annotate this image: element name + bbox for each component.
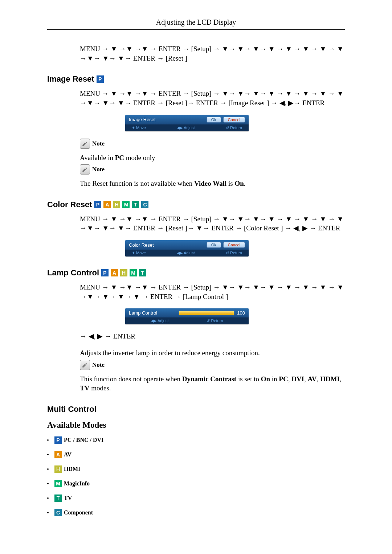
osd-lamp-control-top: Lamp Control 100 bbox=[125, 308, 249, 317]
osd-hint-adjust: ◀▶ Adjust bbox=[151, 319, 168, 323]
note-icon bbox=[80, 164, 90, 175]
note-icon bbox=[80, 139, 90, 149]
osd-ok-button[interactable]: Ok bbox=[207, 242, 221, 248]
badge-t-icon: T bbox=[132, 201, 139, 208]
mode-label: PC / BNC / DVI bbox=[64, 437, 103, 443]
mode-list: P PC / BNC / DVI A AV H HDMI M MagicInfo… bbox=[47, 436, 345, 516]
top-divider bbox=[47, 29, 345, 30]
page-title: Adjusting the LCD Display bbox=[47, 18, 345, 26]
badge-h-icon: H bbox=[113, 201, 120, 208]
note-1-text: Available in PC mode only bbox=[80, 153, 345, 163]
mode-label: MagicInfo bbox=[64, 480, 90, 487]
badge-p-icon: P bbox=[54, 436, 62, 444]
bullet-icon bbox=[47, 468, 49, 470]
badge-a-icon: A bbox=[111, 269, 118, 276]
osd-lamp-control-label: Lamp Control bbox=[129, 310, 157, 316]
bullet-icon bbox=[47, 483, 49, 484]
badge-h-icon: H bbox=[120, 269, 127, 276]
osd-hint-move: ✦ Move bbox=[132, 251, 146, 255]
osd-color-reset-label: Color Reset bbox=[129, 242, 154, 248]
note-icon bbox=[80, 360, 90, 370]
osd-hint-return: ↺ Return bbox=[226, 126, 242, 130]
bullet-icon bbox=[47, 497, 49, 499]
osd-cancel-button[interactable]: Cancel bbox=[223, 117, 245, 123]
note-label: Note bbox=[92, 140, 105, 147]
badge-m-icon: M bbox=[54, 480, 62, 487]
badge-t-icon: T bbox=[54, 495, 62, 502]
badge-p-icon: P bbox=[97, 75, 104, 83]
top-menu-sequence: MENU → ▼ →▼ →▼ → ENTER → [Setup] → ▼→ ▼→… bbox=[80, 44, 345, 63]
lamp-after-sequence: → ◀, ▶ → ENTER bbox=[80, 332, 345, 341]
note-2-text: The Reset function is not available when… bbox=[80, 179, 345, 188]
section-color-reset: Color Reset P A H M T C bbox=[47, 200, 345, 209]
osd-color-reset: Color Reset Ok Cancel ✦ Move ◀▶ Adjust ↺… bbox=[125, 240, 249, 257]
osd-hint-move: ✦ Move bbox=[132, 126, 146, 130]
osd-cancel-button[interactable]: Cancel bbox=[223, 242, 245, 248]
mode-label: Component bbox=[64, 509, 93, 516]
osd-ok-button[interactable]: Ok bbox=[207, 117, 221, 123]
bottom-divider bbox=[47, 531, 345, 531]
badge-a-icon: A bbox=[54, 451, 62, 458]
note-row-3: Note bbox=[80, 360, 345, 370]
section-image-reset-label: Image Reset bbox=[47, 74, 94, 84]
mode-label: HDMI bbox=[64, 466, 80, 472]
bullet-icon bbox=[47, 512, 49, 513]
osd-hint-return: ↺ Return bbox=[207, 319, 223, 323]
section-multi-control: Multi Control bbox=[47, 405, 345, 414]
note-label: Note bbox=[92, 166, 105, 173]
section-color-reset-label: Color Reset bbox=[47, 200, 92, 209]
mode-item-tv: T TV bbox=[47, 495, 345, 502]
mode-label: AV bbox=[64, 451, 72, 458]
lamp-description: Adjusts the inverter lamp in order to re… bbox=[80, 348, 345, 358]
section-multi-control-label: Multi Control bbox=[47, 405, 97, 414]
badge-c-icon: C bbox=[141, 201, 148, 208]
mode-label: TV bbox=[64, 495, 72, 501]
badge-m-icon: M bbox=[130, 269, 137, 276]
osd-lamp-control: Lamp Control 100 ◀▶ Adjust ↺ Return bbox=[125, 308, 249, 324]
note-row-2: Note bbox=[80, 164, 345, 175]
badge-t-icon: T bbox=[139, 269, 146, 276]
lamp-control-sequence: MENU → ▼ →▼ →▼ → ENTER → [Setup] → ▼→ ▼→… bbox=[80, 283, 345, 301]
mode-item-av: A AV bbox=[47, 451, 345, 458]
page: Adjusting the LCD Display MENU → ▼ →▼ →▼… bbox=[0, 0, 392, 554]
badge-a-icon: A bbox=[103, 201, 111, 208]
badge-m-icon: M bbox=[122, 201, 130, 208]
osd-hint-adjust: ◀▶ Adjust bbox=[177, 251, 195, 255]
bullet-icon bbox=[47, 439, 49, 441]
section-lamp-control: Lamp Control P A H M T bbox=[47, 268, 345, 278]
osd-color-reset-top: Color Reset Ok Cancel bbox=[125, 240, 249, 250]
mode-item-component: C Component bbox=[47, 509, 345, 516]
osd-image-reset-hints: ✦ Move ◀▶ Adjust ↺ Return bbox=[125, 124, 249, 131]
section-lamp-control-label: Lamp Control bbox=[47, 268, 99, 278]
osd-hint-adjust: ◀▶ Adjust bbox=[177, 126, 195, 130]
bullet-icon bbox=[47, 454, 49, 455]
osd-image-reset-label: Image Reset bbox=[129, 117, 156, 122]
image-reset-sequence: MENU → ▼ →▼ →▼ → ENTER → [Setup] → ▼→ ▼→… bbox=[80, 89, 345, 107]
osd-image-reset-top: Image Reset Ok Cancel bbox=[125, 115, 249, 124]
note-row-1: Note bbox=[80, 139, 345, 149]
badge-p-icon: P bbox=[94, 201, 101, 208]
section-image-reset: Image Reset P bbox=[47, 74, 345, 84]
mode-item-pc: P PC / BNC / DVI bbox=[47, 436, 345, 444]
mode-item-magicinfo: M MagicInfo bbox=[47, 480, 345, 487]
note-3-text: This function does not operate when Dyna… bbox=[80, 374, 345, 393]
badge-p-icon: P bbox=[101, 269, 109, 276]
osd-hint-return: ↺ Return bbox=[226, 251, 242, 255]
color-reset-sequence: MENU → ▼ →▼ →▼ → ENTER → [Setup] → ▼→ ▼→… bbox=[80, 214, 345, 233]
badge-c-icon: C bbox=[54, 509, 62, 516]
osd-lamp-control-hints: ◀▶ Adjust ↺ Return bbox=[125, 317, 249, 324]
osd-lamp-value: 100 bbox=[237, 310, 245, 316]
available-modes-title: Available Modes bbox=[47, 420, 345, 430]
mode-item-hdmi: H HDMI bbox=[47, 465, 345, 473]
badge-h-icon: H bbox=[54, 465, 62, 473]
note-label: Note bbox=[92, 361, 105, 369]
osd-lamp-slider[interactable] bbox=[179, 311, 234, 315]
osd-image-reset: Image Reset Ok Cancel ✦ Move ◀▶ Adjust ↺… bbox=[125, 115, 249, 131]
osd-color-reset-hints: ✦ Move ◀▶ Adjust ↺ Return bbox=[125, 250, 249, 257]
